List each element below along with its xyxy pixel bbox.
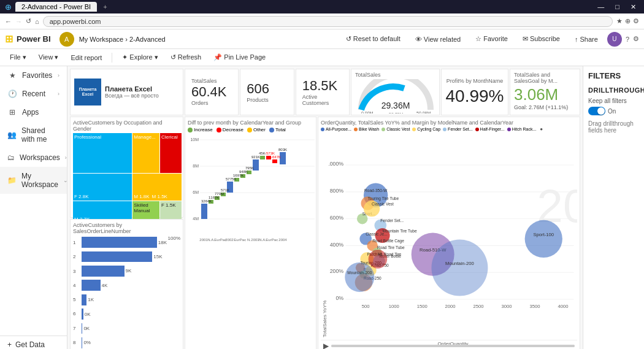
- pin-live-btn[interactable]: 📌 Pin Live Page: [209, 52, 270, 63]
- new-tab-btn[interactable]: +: [103, 3, 107, 10]
- filters-title: FILTERS: [588, 71, 639, 80]
- ext-icon-2[interactable]: ⊕: [625, 17, 631, 25]
- address-bar: ← → ↺ ⌂ app.powerbi.com ★ ⊕ ⚙: [0, 13, 644, 29]
- sidebar-item-workspaces[interactable]: 🗂 Workspaces ›: [0, 148, 67, 167]
- pbi-grid-icon: ⊞: [5, 33, 13, 45]
- svg-text:HL Road Tire: HL Road Tire: [378, 252, 402, 256]
- explore-btn[interactable]: ✦ Explore ▾: [117, 52, 163, 63]
- edit-report-btn[interactable]: Edit report: [66, 52, 107, 63]
- svg-text:Pac: Pac: [240, 238, 246, 242]
- scatter-title: OrderQuantity, TotalSales YoY% and Margi…: [321, 120, 577, 126]
- sidebar-item-recent[interactable]: 🕐 Recent ›: [0, 85, 67, 103]
- pbi-toolbar-right: ↺ Reset to default 👁 View related ☆ Favo…: [340, 32, 639, 47]
- address-input[interactable]: app.powerbi.com: [43, 16, 613, 27]
- scatter-y-label: TotalSales YoY%: [321, 132, 329, 339]
- kpi-totalsales-value: 60.4K: [191, 84, 232, 100]
- svg-text:Pac: Pac: [272, 238, 278, 242]
- ext-icon-1[interactable]: ★: [616, 17, 623, 25]
- scatter-legend-4: Cycling Cap: [412, 126, 440, 132]
- kpi-products-sub: Products: [247, 97, 287, 103]
- sidebar-item-shared[interactable]: 👥 Shared with me: [0, 121, 67, 148]
- tab-label[interactable]: 2-Advanced - Power BI: [15, 2, 97, 12]
- svg-text:400%: 400%: [330, 242, 344, 248]
- help-icon[interactable]: ?: [626, 36, 629, 43]
- content-area: ПланетаExcel Планета Excel Всегда — всё …: [67, 66, 644, 349]
- svg-point-94: [525, 220, 562, 258]
- favorite-btn[interactable]: ☆ Favorite: [470, 33, 513, 45]
- subscribe-btn[interactable]: ✉ Subscribe: [517, 33, 565, 45]
- toggle-row: On: [588, 107, 639, 115]
- svg-text:0.00M: 0.00M: [361, 111, 374, 113]
- bar-label-1: 1: [73, 240, 79, 245]
- waterfall-svg: 10M 8M 6M 4M: [188, 134, 315, 247]
- gauge-salesgoal-title: TotalSales and SalesGoal by M...: [514, 72, 576, 84]
- view-menu[interactable]: View ▾: [34, 52, 64, 63]
- workspaces-icon: 🗂: [7, 153, 15, 162]
- svg-rect-23: [272, 159, 277, 163]
- pbi-logo-text: Power BI: [17, 34, 51, 44]
- gauge-totalsales-title: TotalSales: [355, 72, 435, 78]
- drillthrough-toggle[interactable]: [588, 107, 605, 115]
- gauge-totalsales: TotalSales 29.36M 0.00M 50.08M 58.72M: [351, 69, 440, 115]
- refresh-btn[interactable]: ↺: [26, 17, 31, 25]
- svg-text:1000%: 1000%: [329, 161, 343, 167]
- svg-text:Road Tire Tube: Road Tire Tube: [377, 245, 405, 250]
- legend-decrease: Decrease: [217, 127, 243, 132]
- title-bar-left: ⊕ 2-Advanced - Power BI +: [5, 2, 594, 12]
- sidebar-item-myworkspace[interactable]: 📁 My Workspace ⌄: [0, 167, 67, 194]
- refresh-ribbon-btn[interactable]: ↺ Refresh: [166, 52, 207, 63]
- svg-text:770M: 770M: [215, 192, 224, 196]
- settings-icon[interactable]: ⚙: [633, 35, 639, 43]
- workspace-breadcrumb[interactable]: My Workspace › 2-Advanced: [79, 36, 166, 43]
- bar-val-7: 0K: [83, 326, 90, 331]
- shared-label: Shared with me: [21, 126, 59, 144]
- minimize-btn[interactable]: —: [594, 3, 607, 11]
- svg-text:948K: 948K: [239, 170, 248, 174]
- bar-val-1: 18K: [158, 240, 167, 245]
- browser-icon: ⊕: [5, 2, 12, 12]
- favorites-icon: ★: [7, 71, 17, 80]
- gauge-salesgoal: TotalSales and SalesGoal by M... 3.06M G…: [510, 69, 580, 115]
- close-btn[interactable]: ✕: [627, 3, 639, 11]
- svg-text:29.36M: 29.36M: [381, 101, 410, 110]
- home-btn[interactable]: ⌂: [35, 18, 39, 25]
- get-data-label: Get Data: [15, 340, 45, 349]
- svg-text:1500: 1500: [417, 304, 427, 309]
- svg-point-110: [345, 263, 374, 292]
- favorites-arrow: ›: [58, 72, 59, 79]
- back-btn[interactable]: ←: [5, 18, 12, 25]
- kpi-products: 606 Products: [240, 69, 294, 115]
- view-related-btn[interactable]: 👁 View related: [410, 33, 466, 45]
- user-icon[interactable]: U: [607, 32, 622, 47]
- svg-text:Classic Je...: Classic Je...: [366, 232, 387, 236]
- play-btn[interactable]: ▶: [323, 342, 329, 349]
- bar-val-2: 15K: [153, 254, 162, 259]
- company-card: ПланетаExcel Планета Excel Всегда — всё …: [70, 69, 183, 115]
- maximize-btn[interactable]: □: [612, 3, 623, 11]
- user-avatar[interactable]: A: [59, 32, 74, 47]
- recent-arrow: ›: [58, 91, 59, 97]
- time-slider[interactable]: [331, 345, 575, 347]
- svg-text:Eur: Eur: [214, 238, 220, 242]
- bar-val-5: 1K: [88, 297, 94, 302]
- treemap-f28k: F 2.8K: [73, 174, 132, 201]
- svg-text:6M: 6M: [193, 190, 199, 194]
- bar-label-6: 6: [73, 311, 79, 316]
- bar-label-5: 5: [73, 297, 79, 302]
- share-btn[interactable]: ↑ Share: [569, 33, 604, 45]
- sidebar-item-apps[interactable]: ⊞ Apps: [0, 103, 67, 121]
- svg-text:5775K: 5775K: [226, 177, 236, 181]
- myworkspace-label: My Workspace: [21, 172, 58, 189]
- sidebar-item-favorites[interactable]: ★ Favorites ›: [0, 66, 67, 85]
- file-menu[interactable]: File ▾: [5, 52, 31, 63]
- treemap-title: ActiveCustomers by Occupation and Gender: [73, 120, 180, 132]
- ext-icon-3[interactable]: ⚙: [633, 17, 639, 25]
- svg-rect-12: [201, 204, 207, 219]
- reset-btn[interactable]: ↺ Reset to default: [340, 33, 406, 45]
- forward-btn[interactable]: →: [15, 18, 22, 25]
- recent-label: Recent: [22, 90, 45, 98]
- filters-panel: FILTERS DRILLTHROUGH Keep all filters On…: [583, 66, 644, 349]
- get-data-btn[interactable]: + Get Data: [0, 336, 67, 349]
- kpi-products-value: 606: [247, 81, 287, 97]
- pbi-toolbar: ⊞ Power BI A My Workspace › 2-Advanced ↺…: [0, 29, 644, 49]
